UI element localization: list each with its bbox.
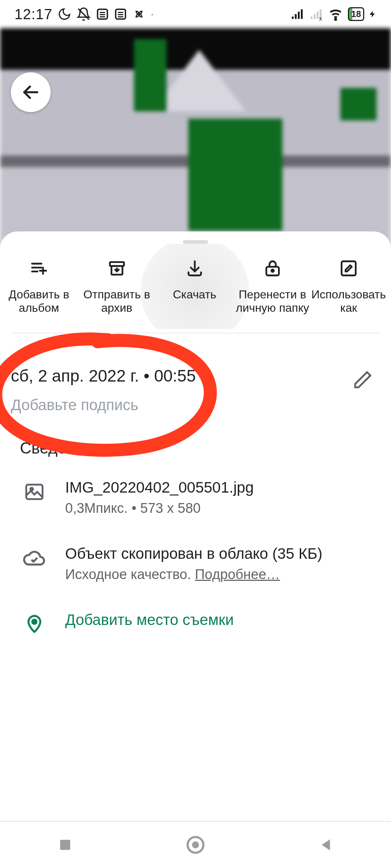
- status-right: x 18: [290, 6, 377, 22]
- charging-icon: [369, 7, 377, 21]
- system-navbar: [0, 821, 391, 868]
- edit-datetime-button[interactable]: [353, 370, 373, 390]
- photo-datetime: сб, 2 апр. 2022 г. • 00:55: [11, 366, 369, 386]
- action-label: Добавить в альбом: [0, 288, 78, 315]
- square-icon: [58, 837, 73, 852]
- nav-home-button[interactable]: [181, 830, 210, 859]
- status-time: 12:17: [14, 6, 52, 22]
- action-label: Скачать: [173, 288, 216, 301]
- action-label: Использовать как: [311, 288, 386, 315]
- lock-icon: [263, 259, 282, 278]
- action-archive[interactable]: Отправить в архив: [78, 258, 156, 315]
- add-location-link[interactable]: Добавить место съемки: [65, 611, 234, 629]
- wifi-icon: [328, 6, 344, 22]
- action-download[interactable]: Скачать: [156, 258, 234, 315]
- file-dimensions: 0,3Мпикс. • 573 x 580: [65, 501, 254, 516]
- download-icon: [185, 259, 204, 278]
- pin-icon: [24, 613, 45, 634]
- battery-icon: 18: [348, 7, 364, 21]
- sheet-handle[interactable]: [183, 240, 208, 244]
- pinwheel-icon: [132, 7, 146, 21]
- photo-preview[interactable]: [0, 28, 391, 260]
- moon-icon: [58, 7, 71, 21]
- image-icon: [24, 481, 45, 503]
- status-bar: 12:17 · x 18: [0, 0, 391, 28]
- action-use-as[interactable]: Использовать как: [311, 258, 386, 315]
- bell-off-icon: [76, 7, 91, 21]
- action-label: Отправить в архив: [78, 288, 156, 315]
- info-row-location[interactable]: Добавить место съемки: [0, 597, 391, 648]
- playlist-add-icon: [30, 259, 49, 278]
- list-icon-2: [114, 8, 127, 21]
- svg-rect-26: [60, 840, 70, 850]
- cloud-more-link[interactable]: Подробнее…: [195, 567, 280, 582]
- status-left: 12:17 ·: [14, 6, 154, 22]
- status-dot-icon: ·: [151, 9, 154, 19]
- arrow-left-icon: [21, 82, 41, 102]
- info-row-file[interactable]: IMG_20220402_005501.jpg 0,3Мпикс. • 573 …: [0, 464, 391, 531]
- battery-percent: 18: [351, 9, 361, 19]
- action-label: Перенести в личную папку: [234, 288, 311, 315]
- edit-box-icon: [339, 259, 358, 278]
- svg-point-28: [192, 841, 199, 848]
- info-row-cloud[interactable]: Объект скопирован в облако (35 КБ) Исход…: [0, 531, 391, 597]
- action-add-to-album[interactable]: Добавить в альбом: [0, 258, 78, 315]
- cloud-check-icon: [23, 547, 46, 570]
- back-button[interactable]: [11, 72, 51, 112]
- details-heading: Сведения: [0, 425, 391, 464]
- caption-input[interactable]: Добавьте подпись: [11, 396, 369, 414]
- svg-point-24: [30, 488, 33, 491]
- date-block: сб, 2 апр. 2022 г. • 00:55 Добавьте подп…: [0, 333, 391, 425]
- pencil-icon: [353, 370, 373, 390]
- nav-back-button[interactable]: [311, 830, 340, 859]
- signal-2-icon: x: [309, 7, 323, 21]
- svg-point-25: [32, 620, 37, 624]
- svg-rect-17: [110, 262, 124, 266]
- filename: IMG_20220402_005501.jpg: [65, 479, 254, 496]
- nav-recent-button[interactable]: [51, 830, 80, 859]
- action-move-private[interactable]: Перенести в личную папку: [234, 258, 311, 315]
- svg-text:x: x: [319, 15, 323, 21]
- info-sheet: Добавить в альбом Отправить в архив Скач…: [0, 231, 391, 868]
- svg-point-21: [271, 269, 274, 272]
- svg-point-10: [335, 19, 336, 20]
- signal-1-icon: [290, 7, 304, 21]
- triangle-left-icon: [318, 837, 334, 853]
- cloud-quality: Исходное качество.: [65, 567, 195, 582]
- svg-rect-22: [341, 261, 356, 276]
- circle-icon: [185, 834, 206, 855]
- list-icon: [96, 8, 109, 21]
- cloud-status: Объект скопирован в облако (35 КБ): [65, 545, 323, 562]
- archive-icon: [108, 259, 126, 278]
- actions-row: Добавить в альбом Отправить в архив Скач…: [0, 244, 391, 329]
